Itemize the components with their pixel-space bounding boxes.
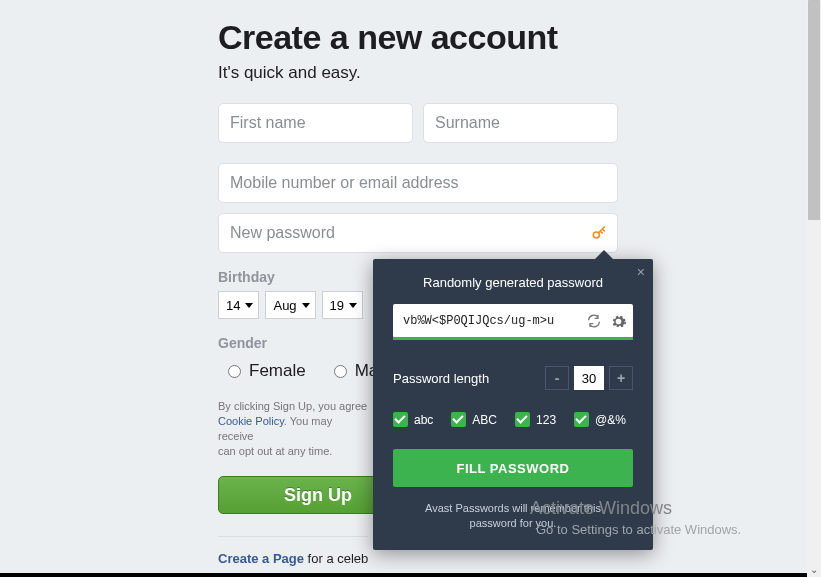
birthday-year-select[interactable]: 19 <box>322 291 363 319</box>
surname-input[interactable]: Surname <box>423 103 618 143</box>
firstname-input[interactable]: First name <box>218 103 413 143</box>
opt-ABC-label: ABC <box>472 413 497 427</box>
scrollbar-arrow-down[interactable]: ⌄ <box>807 563 821 577</box>
gender-male-radio[interactable]: Ma <box>334 361 379 381</box>
password-placeholder: New password <box>230 224 335 242</box>
generated-password-field[interactable]: vb%W<$P0QIJQcs/ug-m>u <box>393 304 633 338</box>
bday-month-value: Aug <box>273 298 296 313</box>
generated-password-value: vb%W<$P0QIJQcs/ug-m>u <box>403 314 579 328</box>
chevron-down-icon <box>245 303 253 308</box>
bday-day-value: 14 <box>226 298 240 313</box>
option-uppercase[interactable]: ABC <box>451 412 497 427</box>
page-subtitle: It's quick and easy. <box>218 63 618 83</box>
divider <box>218 536 368 537</box>
length-label: Password length <box>393 371 489 386</box>
refresh-icon[interactable] <box>585 312 603 330</box>
legal-text: By clicking Sign Up, you agree Cookie Po… <box>218 399 368 458</box>
plus-icon: + <box>617 370 625 386</box>
gender-female-label: Female <box>249 361 306 381</box>
opt-sym-label: @&% <box>595 413 626 427</box>
option-lowercase[interactable]: abc <box>393 412 433 427</box>
length-value: 30 <box>582 371 596 386</box>
legal-opt: can opt out at any time. <box>218 445 332 457</box>
length-decrease-button[interactable]: - <box>545 366 569 390</box>
bday-year-value: 19 <box>330 298 344 313</box>
option-symbols[interactable]: @&% <box>574 412 626 427</box>
contact-placeholder: Mobile number or email address <box>230 174 459 192</box>
radio-icon <box>334 365 347 378</box>
gender-female-radio[interactable]: Female <box>228 361 306 381</box>
create-page-line: Create a Page for a celeb <box>218 551 618 566</box>
bottom-border <box>0 573 807 577</box>
chevron-down-icon <box>302 303 310 308</box>
surname-placeholder: Surname <box>435 114 500 132</box>
fill-password-button[interactable]: FILL PASSWORD <box>393 449 633 487</box>
popup-title: Randomly generated password <box>393 275 633 290</box>
radio-icon <box>228 365 241 378</box>
birthday-day-select[interactable]: 14 <box>218 291 259 319</box>
windows-watermark-subtitle: Go to Settings to activate Windows. <box>536 522 741 537</box>
option-digits[interactable]: 123 <box>515 412 556 427</box>
firstname-placeholder: First name <box>230 114 306 132</box>
checkbox-checked-icon <box>451 412 466 427</box>
birthday-month-select[interactable]: Aug <box>265 291 315 319</box>
checkbox-checked-icon <box>515 412 530 427</box>
gear-icon[interactable] <box>609 312 627 330</box>
checkbox-checked-icon <box>574 412 589 427</box>
chevron-down-icon <box>349 303 357 308</box>
minus-icon: - <box>555 370 560 386</box>
legal-prefix: By clicking Sign Up, you agree <box>218 400 367 412</box>
checkbox-checked-icon <box>393 412 408 427</box>
fill-password-label: FILL PASSWORD <box>457 461 570 476</box>
close-icon[interactable]: × <box>637 264 645 280</box>
opt-123-label: 123 <box>536 413 556 427</box>
length-value-input[interactable]: 30 <box>574 366 604 390</box>
page-title: Create a new account <box>218 18 618 57</box>
windows-watermark-title: Activate Windows <box>530 498 672 519</box>
key-icon <box>591 225 607 241</box>
signup-label: Sign Up <box>284 485 352 506</box>
create-page-link[interactable]: Create a Page <box>218 551 304 566</box>
cookie-policy-link[interactable]: Cookie Policy <box>218 415 284 427</box>
opt-abc-label: abc <box>414 413 433 427</box>
create-page-rest: for a celeb <box>304 551 368 566</box>
length-increase-button[interactable]: + <box>609 366 633 390</box>
contact-input[interactable]: Mobile number or email address <box>218 163 618 203</box>
scrollbar-track[interactable]: ⌄ <box>807 0 821 577</box>
scrollbar-thumb[interactable] <box>808 0 820 220</box>
password-input[interactable]: New password <box>218 213 618 253</box>
